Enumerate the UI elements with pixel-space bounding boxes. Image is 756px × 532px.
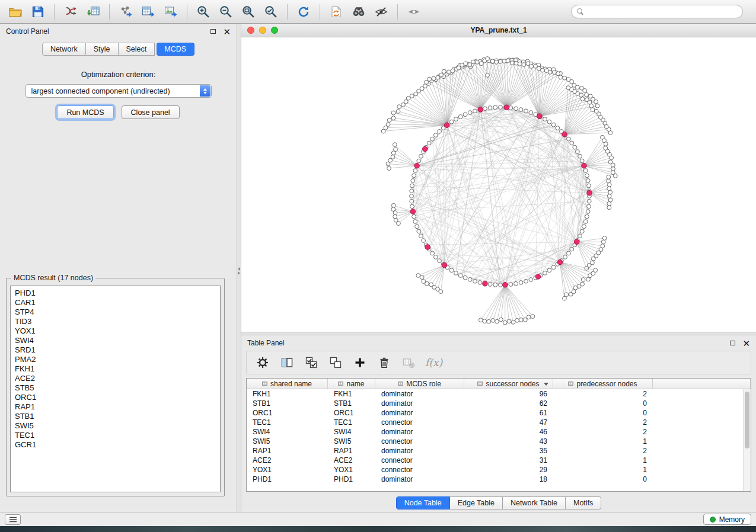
deselect-all-button[interactable] xyxy=(328,355,343,370)
list-item[interactable]: GCR1 xyxy=(15,440,216,450)
gear-icon xyxy=(257,357,269,368)
close-window-icon[interactable] xyxy=(247,27,254,34)
delete-table-button[interactable] xyxy=(401,355,416,370)
list-item[interactable]: SRD1 xyxy=(15,345,216,355)
float-panel-icon[interactable] xyxy=(210,29,216,34)
show-columns-button[interactable] xyxy=(279,355,295,370)
apply-layout-button[interactable] xyxy=(293,2,314,21)
zoom-fit-button[interactable] xyxy=(238,2,259,21)
search-input[interactable] xyxy=(588,8,737,16)
column-header-name[interactable]: name xyxy=(328,379,375,389)
close-panel-icon[interactable]: ✕ xyxy=(223,27,231,36)
list-item[interactable]: STB1 xyxy=(15,412,216,421)
column-header-predecessor-nodes[interactable]: predecessor nodes xyxy=(553,379,653,389)
table-tabs: Node Table Edge Table Network Table Moti… xyxy=(241,496,756,509)
select-all-button[interactable] xyxy=(304,355,319,370)
close-panel-button[interactable]: Close panel xyxy=(122,105,180,119)
add-column-button[interactable] xyxy=(352,355,368,370)
column-header-mcds-role[interactable]: MCDS role xyxy=(375,379,464,389)
tab-network-table[interactable]: Network Table xyxy=(503,496,566,509)
show-view-button[interactable] xyxy=(403,2,425,21)
zoom-in-button[interactable] xyxy=(193,2,214,21)
export-network-button[interactable] xyxy=(115,2,136,21)
list-item[interactable]: TEC1 xyxy=(15,431,216,440)
tab-style[interactable]: Style xyxy=(86,43,119,56)
table-row[interactable]: YOX1YOX1connector291 xyxy=(247,465,751,475)
network-canvas[interactable] xyxy=(241,37,756,332)
table-row[interactable]: SWI4SWI4dominator462 xyxy=(247,427,751,437)
memory-button[interactable]: Memory xyxy=(703,514,751,525)
list-item[interactable]: PHD1 xyxy=(15,289,216,298)
list-item[interactable]: STP4 xyxy=(15,307,216,317)
delete-column-button[interactable] xyxy=(377,355,392,370)
import-table-button[interactable] xyxy=(82,2,104,21)
list-item[interactable]: SWI5 xyxy=(15,421,216,431)
scrollbar-thumb[interactable] xyxy=(745,392,749,448)
list-item[interactable]: YOX1 xyxy=(15,326,216,336)
toolbar-separator xyxy=(187,4,187,20)
tab-network[interactable]: Network xyxy=(42,43,86,56)
list-item[interactable]: RAP1 xyxy=(15,402,216,412)
network-graph[interactable] xyxy=(241,37,756,332)
node-table: shared name name MCDS role successor nod… xyxy=(246,378,751,492)
list-item[interactable]: SWI4 xyxy=(15,336,216,345)
mcds-buttons-row: Run MCDS Close panel xyxy=(0,105,237,119)
tab-mcds[interactable]: MCDS xyxy=(157,43,194,56)
tab-node-table[interactable]: Node Table xyxy=(396,496,450,509)
close-panel-icon[interactable]: ✕ xyxy=(742,339,750,348)
save-session-button[interactable] xyxy=(27,2,49,21)
hide-view-button[interactable] xyxy=(371,2,392,21)
tab-edge-table[interactable]: Edge Table xyxy=(450,496,503,509)
list-item[interactable]: CAR1 xyxy=(15,298,216,307)
minimize-window-icon[interactable] xyxy=(259,27,266,34)
column-header-filler xyxy=(653,379,751,389)
import-network-button[interactable] xyxy=(60,2,81,21)
optimization-criterion-label: Optimization criterion: xyxy=(0,70,237,79)
table-row[interactable]: RAP1RAP1dominator352 xyxy=(247,446,751,456)
global-search-box[interactable] xyxy=(571,5,743,18)
sort-descending-icon[interactable] xyxy=(544,383,548,386)
tab-motifs[interactable]: Motifs xyxy=(566,496,601,509)
search-icon xyxy=(577,8,584,15)
table-row[interactable]: ACE2ACE2connector311 xyxy=(247,456,751,465)
network-view-window: YPA_prune.txt_1 xyxy=(241,24,756,332)
list-item[interactable]: STB5 xyxy=(15,383,216,393)
dropdown-stepper-icon xyxy=(200,85,210,97)
list-item[interactable]: TID3 xyxy=(15,317,216,326)
criterion-dropdown[interactable]: largest connected component (undirected) xyxy=(25,84,212,98)
binoculars-search-button[interactable] xyxy=(348,2,369,21)
binoculars-icon xyxy=(352,5,365,18)
export-table-button[interactable] xyxy=(138,2,159,21)
column-header-shared-name[interactable]: shared name xyxy=(247,379,328,389)
panel-splitter[interactable] xyxy=(237,24,241,512)
column-header-successor-nodes[interactable]: successor nodes xyxy=(464,379,553,389)
main-toolbar xyxy=(0,0,756,24)
list-item[interactable]: ORC1 xyxy=(15,393,216,402)
share-document-button[interactable] xyxy=(326,2,347,21)
table-row[interactable]: FKH1FKH1dominator962 xyxy=(247,389,751,399)
zoom-out-button[interactable] xyxy=(215,2,237,21)
table-row[interactable]: TEC1TEC1connector472 xyxy=(247,418,751,427)
status-menu-button[interactable] xyxy=(5,514,21,525)
maximize-window-icon[interactable] xyxy=(271,27,278,34)
table-row[interactable]: ORC1ORC1dominator610 xyxy=(247,408,751,418)
save-floppy-icon xyxy=(31,5,44,18)
tab-select[interactable]: Select xyxy=(119,43,155,56)
list-item[interactable]: PMA2 xyxy=(15,355,216,364)
table-mode-button[interactable] xyxy=(255,355,270,370)
list-item[interactable]: FKH1 xyxy=(15,364,216,374)
run-mcds-button[interactable]: Run MCDS xyxy=(57,105,113,119)
zoom-selected-button[interactable] xyxy=(260,2,282,21)
export-image-button[interactable] xyxy=(160,2,181,21)
list-item[interactable]: ACE2 xyxy=(15,374,216,383)
table-scrollbar[interactable] xyxy=(743,389,751,491)
mcds-result-list[interactable]: PHD1 CAR1 STP4 TID3 YOX1 SWI4 SRD1 PMA2 … xyxy=(10,286,221,492)
toolbar-separator xyxy=(397,4,398,20)
table-row[interactable]: PHD1PHD1dominator180 xyxy=(247,475,751,484)
open-session-button[interactable] xyxy=(5,2,26,21)
table-row[interactable]: STB1STB1dominator620 xyxy=(247,399,751,408)
float-panel-icon[interactable] xyxy=(730,341,735,345)
table-panel: Table Panel ✕ xyxy=(241,335,756,512)
function-builder-button[interactable]: f(x) xyxy=(425,355,442,370)
table-row[interactable]: SWI5SWI5connector431 xyxy=(247,437,751,446)
